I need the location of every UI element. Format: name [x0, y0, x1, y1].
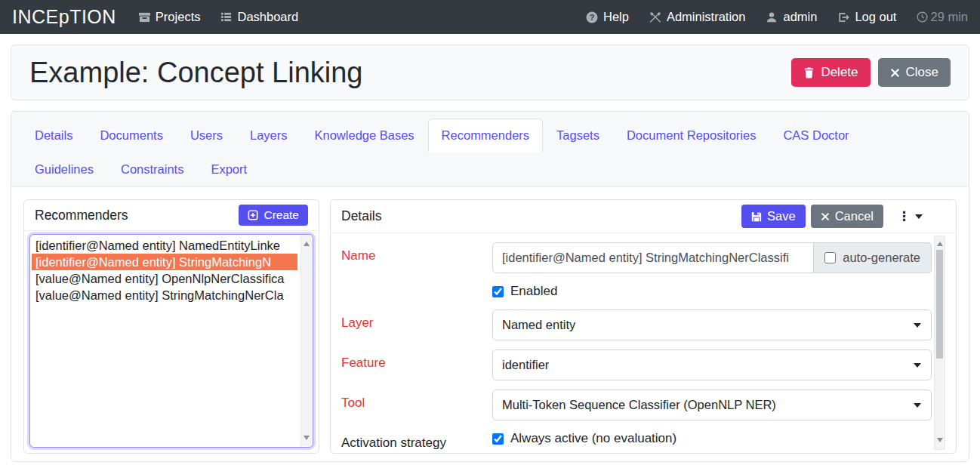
enabled-label: Enabled — [510, 284, 557, 299]
enabled-checkbox[interactable] — [492, 286, 504, 297]
enabled-spacer — [341, 282, 492, 299]
nav-projects-label: Projects — [156, 10, 201, 24]
nav-user[interactable]: admin — [766, 10, 817, 24]
tab-details[interactable]: Details — [21, 119, 86, 152]
listbox-scrollbar[interactable] — [300, 236, 312, 446]
session-timer-label: 29 min — [930, 10, 968, 24]
tab-constraints[interactable]: Constraints — [107, 152, 197, 186]
nav-help[interactable]: ? Help — [586, 10, 629, 24]
feature-row: Feature identifier — [341, 350, 932, 380]
nav-logout[interactable]: Log out — [837, 10, 896, 24]
kebab-icon: ⋮ — [898, 210, 911, 223]
activation-strategy-label: Activation strategy — [341, 430, 492, 451]
feature-select[interactable]: identifier — [492, 350, 932, 380]
project-title-card: Example: Concept Linking Delete Close — [11, 45, 969, 100]
tool-label: Tool — [341, 390, 492, 420]
tab-bar: Details Documents Users Layers Knowledge… — [11, 112, 969, 187]
nav-help-label: Help — [603, 10, 629, 24]
svg-text:?: ? — [590, 13, 595, 22]
recommenders-panel-header: Recommenders Create — [24, 200, 319, 231]
nav-dashboard[interactable]: Dashboard — [220, 10, 298, 24]
auto-generate-label: auto-generate — [843, 251, 920, 265]
tab-layers[interactable]: Layers — [236, 119, 301, 152]
details-panel-title: Details — [341, 208, 382, 224]
tab-recommenders[interactable]: Recommenders — [428, 119, 543, 152]
auto-generate-addon: auto-generate — [814, 242, 932, 273]
scroll-down-arrow-icon[interactable] — [304, 436, 310, 443]
navbar-left: Projects Dashboard — [139, 10, 298, 24]
title-actions: Delete Close — [791, 58, 951, 87]
create-button-label: Create — [263, 208, 299, 222]
navbar: INCEpTION Projects Dashboard ? Help Admi… — [0, 0, 980, 34]
recommenders-panel: Recommenders Create [identifier@Named en… — [23, 199, 319, 454]
question-circle-icon: ? — [586, 11, 598, 23]
recommenders-listbox[interactable]: [identifier@Named entity] NamedEntityLin… — [29, 234, 313, 448]
scrollbar-thumb[interactable] — [936, 250, 943, 359]
caret-down-icon — [915, 214, 923, 223]
tab-document-repositories[interactable]: Document Repositories — [613, 119, 770, 152]
logout-icon — [837, 11, 849, 23]
clock-icon — [917, 11, 928, 23]
layer-select-value: Named entity — [502, 318, 575, 332]
name-label: Name — [341, 242, 492, 273]
tab-cas-doctor[interactable]: CAS Doctor — [769, 119, 862, 152]
recommender-item[interactable]: [value@Named entity] StringMatchingNerCl… — [32, 287, 297, 303]
close-icon — [890, 68, 900, 78]
enabled-option: Enabled — [492, 282, 932, 299]
plus-square-icon — [248, 210, 258, 220]
tab-row-2: Guidelines Constraints Export — [21, 152, 959, 186]
tab-users[interactable]: Users — [177, 119, 236, 152]
person-icon — [766, 11, 778, 23]
save-button[interactable]: Save — [741, 205, 806, 228]
tool-select[interactable]: Multi-Token Sequence Classifier (OpenNLP… — [492, 390, 932, 420]
nav-user-label: admin — [783, 10, 817, 24]
delete-button[interactable]: Delete — [791, 58, 870, 87]
app-logo[interactable]: INCEpTION — [12, 6, 116, 28]
more-options-menu[interactable]: ⋮ — [893, 207, 927, 226]
enabled-row: Enabled — [341, 282, 932, 299]
cancel-button[interactable]: Cancel — [811, 205, 883, 228]
tab-documents[interactable]: Documents — [86, 119, 176, 152]
archive-icon — [139, 11, 150, 23]
recommender-item[interactable]: [identifier@Named entity] NamedEntityLin… — [32, 237, 297, 254]
scroll-up-arrow-icon[interactable] — [304, 239, 310, 246]
close-button-label: Close — [906, 65, 938, 80]
details-scrollbar[interactable] — [934, 236, 945, 450]
nav-dashboard-label: Dashboard — [237, 10, 298, 24]
navbar-right: ? Help Administration admin Log out — [586, 10, 968, 24]
name-input[interactable] — [492, 242, 814, 273]
recommender-item-selected[interactable]: [identifier@Named entity] StringMatching… — [32, 254, 297, 270]
save-button-label: Save — [767, 209, 796, 223]
nav-projects[interactable]: Projects — [139, 10, 201, 24]
recommender-form: Name auto-generate — [331, 233, 956, 453]
layer-label: Layer — [341, 309, 492, 340]
scroll-up-arrow-icon[interactable] — [937, 239, 943, 246]
delete-button-label: Delete — [821, 65, 858, 80]
tab-export[interactable]: Export — [197, 152, 260, 186]
layer-row: Layer Named entity — [341, 309, 932, 340]
tab-tagsets[interactable]: Tagsets — [543, 119, 613, 152]
auto-generate-checkbox[interactable] — [824, 252, 836, 263]
recommenders-panel-title: Recommenders — [35, 208, 128, 223]
always-active-option: Always active (no evaluation) — [492, 430, 932, 446]
create-button[interactable]: Create — [239, 205, 308, 226]
tab-guidelines[interactable]: Guidelines — [21, 152, 107, 186]
recommender-item[interactable]: [value@Named entity] OpenNlpNerClassific… — [32, 270, 297, 287]
nav-administration[interactable]: Administration — [649, 10, 746, 24]
details-panel: Details Save Cancel — [330, 199, 957, 454]
scroll-down-arrow-icon[interactable] — [937, 438, 943, 445]
tab-knowledge-bases[interactable]: Knowledge Bases — [301, 119, 428, 152]
always-active-checkbox[interactable] — [492, 433, 504, 445]
trash-icon — [803, 66, 815, 79]
details-panel-header: Details Save Cancel — [331, 200, 956, 233]
close-button[interactable]: Close — [878, 58, 951, 87]
page-title: Example: Concept Linking — [29, 57, 362, 89]
feature-select-value: identifier — [502, 358, 549, 372]
recommenders-panel-body: [identifier@Named entity] NamedEntityLin… — [24, 231, 319, 453]
nav-logout-label: Log out — [855, 10, 896, 24]
always-active-label: Always active (no evaluation) — [510, 431, 676, 446]
nav-administration-label: Administration — [667, 10, 746, 24]
tool-row: Tool Multi-Token Sequence Classifier (Op… — [341, 390, 932, 420]
cancel-button-label: Cancel — [835, 209, 874, 223]
layer-select[interactable]: Named entity — [492, 309, 932, 340]
